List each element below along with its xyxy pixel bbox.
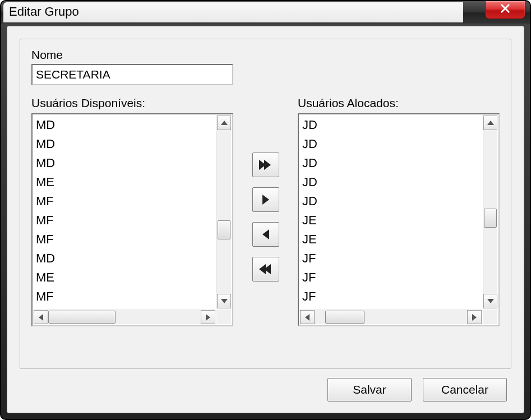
- available-label: Usuários Disponíveis:: [31, 96, 241, 110]
- chevron-up-icon: [487, 121, 494, 125]
- scroll-right-button[interactable]: [467, 310, 482, 324]
- scroll-left-button[interactable]: [300, 310, 315, 324]
- scroll-left-button[interactable]: [34, 310, 48, 324]
- available-horizontal-scrollbar[interactable]: [34, 310, 215, 324]
- move-all-right-button[interactable]: [252, 153, 279, 177]
- list-item[interactable]: JF: [301, 249, 482, 268]
- close-button[interactable]: [485, 1, 525, 19]
- list-item[interactable]: MD: [35, 116, 215, 135]
- move-left-button[interactable]: [252, 222, 279, 247]
- chevron-right-icon: [262, 195, 269, 205]
- cancel-button[interactable]: Cancelar: [423, 378, 507, 401]
- list-item[interactable]: MF: [35, 192, 215, 211]
- form-panel: Nome Usuários Disponíveis: MDMDMDMEMFMFM…: [20, 39, 511, 369]
- list-item[interactable]: MF: [35, 287, 215, 306]
- scroll-track[interactable]: [483, 130, 497, 294]
- double-chevron-left-icon: [261, 264, 271, 274]
- chevron-down-icon: [487, 299, 494, 303]
- list-item[interactable]: JF: [301, 287, 482, 306]
- scroll-up-button[interactable]: [217, 116, 231, 130]
- chevron-left-icon: [262, 229, 269, 239]
- allocated-vertical-scrollbar[interactable]: [483, 116, 497, 308]
- list-item[interactable]: JD: [301, 173, 482, 192]
- chevron-right-icon: [472, 314, 477, 321]
- scroll-corner: [216, 310, 231, 324]
- scroll-up-button[interactable]: [483, 116, 497, 130]
- list-item[interactable]: JD: [301, 135, 482, 154]
- allocated-listbox[interactable]: JDJDJDJDJDJEJEJFJFJF: [298, 113, 500, 326]
- move-right-button[interactable]: [252, 187, 279, 212]
- list-item[interactable]: MF: [35, 230, 215, 249]
- client-area: Nome Usuários Disponíveis: MDMDMDMEMFMFM…: [7, 26, 524, 413]
- scroll-right-button[interactable]: [201, 310, 215, 324]
- scroll-down-button[interactable]: [483, 294, 497, 308]
- list-item[interactable]: JE: [301, 211, 482, 230]
- available-column: Usuários Disponíveis: MDMDMDMEMFMFMFMDME…: [31, 96, 241, 326]
- list-item[interactable]: JD: [301, 154, 482, 173]
- allocated-horizontal-scrollbar[interactable]: [300, 310, 482, 324]
- move-all-left-button[interactable]: [252, 257, 279, 281]
- scroll-thumb[interactable]: [325, 311, 364, 324]
- list-item[interactable]: JD: [301, 192, 482, 211]
- name-label: Nome: [31, 48, 500, 62]
- list-item[interactable]: JF: [301, 268, 482, 287]
- scroll-track[interactable]: [217, 130, 231, 294]
- allocated-label: Usuários Alocados:: [298, 96, 500, 110]
- available-vertical-scrollbar[interactable]: [216, 116, 231, 308]
- save-button[interactable]: Salvar: [327, 378, 412, 401]
- window-title: Editar Grupo: [9, 4, 79, 19]
- name-input[interactable]: [31, 64, 233, 85]
- chevron-up-icon: [221, 121, 228, 125]
- list-item[interactable]: MD: [35, 154, 215, 173]
- list-item[interactable]: MD: [35, 249, 215, 268]
- scroll-corner: [483, 310, 497, 324]
- list-item[interactable]: JE: [301, 230, 482, 249]
- chevron-left-icon: [39, 314, 43, 321]
- scroll-thumb[interactable]: [218, 220, 230, 239]
- close-icon: [500, 3, 511, 17]
- list-item[interactable]: ME: [35, 173, 215, 192]
- list-item[interactable]: ME: [35, 268, 215, 287]
- scroll-down-button[interactable]: [217, 294, 231, 308]
- scroll-track[interactable]: [315, 310, 467, 324]
- scroll-track[interactable]: [48, 310, 201, 324]
- dialog-button-row: Salvar Cancelar: [327, 378, 507, 401]
- double-chevron-right-icon: [261, 160, 271, 170]
- available-listbox[interactable]: MDMDMDMEMFMFMFMDMEMF: [31, 113, 233, 326]
- dialog-window: Editar Grupo Nome Usuários Disponíveis: …: [0, 0, 531, 420]
- chevron-down-icon: [221, 299, 228, 303]
- titlebar: Editar Grupo: [1, 1, 530, 24]
- chevron-left-icon: [305, 314, 310, 321]
- chevron-right-icon: [206, 314, 210, 321]
- list-item[interactable]: MD: [35, 135, 215, 154]
- list-item[interactable]: MF: [35, 211, 215, 230]
- list-item[interactable]: JD: [301, 116, 482, 135]
- transfer-buttons: [241, 153, 291, 281]
- scroll-thumb[interactable]: [484, 209, 497, 228]
- scroll-thumb[interactable]: [48, 311, 116, 324]
- allocated-column: Usuários Alocados: JDJDJDJDJDJEJEJFJFJF: [291, 96, 500, 326]
